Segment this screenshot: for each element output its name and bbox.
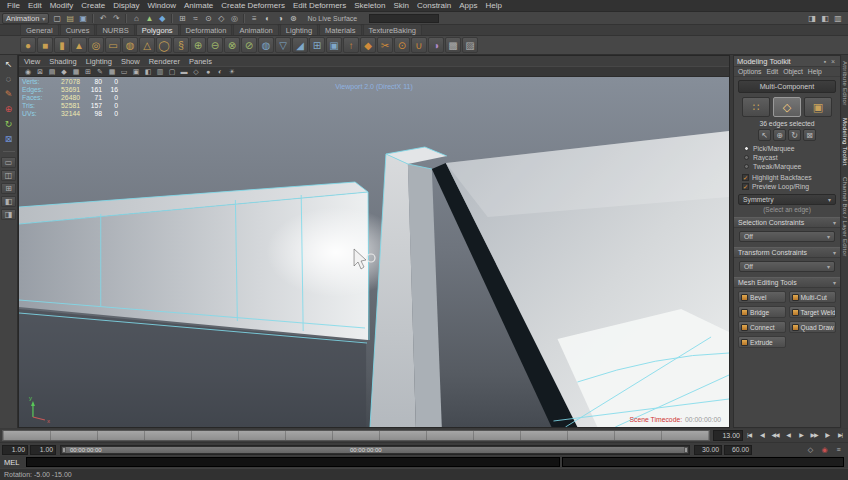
snap-curve-icon[interactable]: ≈ (189, 13, 201, 24)
2d-pan-zoom-icon[interactable]: ⊞ (83, 67, 93, 76)
shelf-tab[interactable]: Animation (233, 24, 278, 35)
wireframe-mode-icon[interactable]: ◇ (191, 67, 201, 76)
gate-mask-icon[interactable]: ◧ (143, 67, 153, 76)
mirror-icon[interactable]: ◑ (428, 37, 444, 53)
merge-icon[interactable]: ∪ (411, 37, 427, 53)
menubar-item[interactable]: Display (109, 0, 143, 12)
camera-attributes-icon[interactable]: ▤ (47, 67, 57, 76)
resolution-gate-icon[interactable]: ▣ (131, 67, 141, 76)
go-to-start-button[interactable]: |◀ (743, 430, 755, 441)
step-forward-frame-button[interactable]: |▶ (821, 430, 833, 441)
poly-torus-icon[interactable]: ◎ (88, 37, 104, 53)
transform-constraints-dropdown[interactable]: Off ▾ (739, 261, 835, 272)
lasso-tool[interactable]: ◌ (2, 73, 16, 86)
shaded-mode-icon[interactable]: ● (203, 67, 213, 76)
menubar-item[interactable]: File (3, 0, 24, 12)
layout-hypershade-persp-button[interactable]: ◨ (1, 209, 16, 220)
shelf-tab[interactable]: Deformation (180, 24, 233, 35)
play-forwards-button[interactable]: ▶ (795, 430, 807, 441)
menubar-item[interactable]: Create Deformers (217, 0, 289, 12)
menubar-item[interactable]: Create (77, 0, 109, 12)
extrude-shelf-icon[interactable]: ↑ (343, 37, 359, 53)
poly-cylinder-icon[interactable]: ▮ (54, 37, 70, 53)
animation-start-field[interactable]: 1.00 (30, 445, 56, 455)
menubar-item[interactable]: Edit Deformers (289, 0, 350, 12)
poly-plane-icon[interactable]: ▭ (105, 37, 121, 53)
shelf-tab[interactable]: Curves (60, 24, 96, 35)
snap-plane-icon[interactable]: ◇ (215, 13, 227, 24)
toolkit-checkbox[interactable]: ✓ Highlight Backfaces (734, 173, 840, 182)
viewport-canvas[interactable]: y x (19, 77, 729, 427)
mtk-scale-tool-button[interactable]: ⊠ (803, 129, 816, 141)
shelf-tab[interactable]: Polygons (136, 24, 179, 35)
panel-menu-item[interactable]: Lighting (86, 57, 112, 66)
range-slider-bar[interactable]: 00:00:00:00 00:00:00:00 (62, 447, 688, 453)
animation-end-field[interactable]: 30.00 (694, 445, 722, 455)
range-slider-track[interactable]: 00:00:00:00 00:00:00:00 (60, 445, 690, 455)
uv-checker-icon[interactable]: ▩ (445, 37, 461, 53)
select-tool[interactable]: ↖ (2, 58, 16, 71)
poly-sphere-icon[interactable]: ● (20, 37, 36, 53)
viewport-scene[interactable]: y x Verts: 27078 80 0 E (19, 77, 729, 427)
multi-component-button[interactable]: Multi-Component (738, 80, 836, 93)
uv-grid-icon[interactable]: ▨ (462, 37, 478, 53)
image-plane-icon[interactable]: ▦ (71, 67, 81, 76)
playback-start-field[interactable]: 1.00 (2, 445, 28, 455)
sidebar-tab[interactable]: Modeling Toolkit (842, 118, 848, 166)
quad-draw-tool-button[interactable]: Quad Draw (789, 321, 837, 333)
ipr-render-icon[interactable]: ◑ (274, 13, 286, 24)
film-gate-icon[interactable]: ▭ (119, 67, 129, 76)
symmetry-dropdown[interactable]: Symmetry ▾ (738, 194, 836, 205)
divider[interactable] (92, 14, 94, 23)
menubar-item[interactable]: Skin (389, 0, 413, 12)
safe-title-icon[interactable]: ▬ (179, 67, 189, 76)
toolkit-menu-item[interactable]: Edit (766, 68, 778, 75)
sidebar-tab[interactable]: Attribute Editor (842, 61, 848, 106)
mtk-rotate-tool-button[interactable]: ↻ (788, 129, 801, 141)
menubar-item[interactable]: Edit (24, 0, 46, 12)
poly-cone-icon[interactable]: ▲ (71, 37, 87, 53)
select-object-icon[interactable]: ▲ (143, 13, 155, 24)
close-icon[interactable]: × (829, 58, 837, 65)
range-handle-left[interactable] (62, 447, 66, 453)
time-slider[interactable] (2, 430, 710, 441)
menubar-item[interactable]: Modify (46, 0, 78, 12)
connect-tool-button[interactable]: Connect (738, 321, 786, 333)
make-live-icon[interactable]: ◎ (228, 13, 240, 24)
selection-style-radio[interactable]: Raycast (734, 153, 840, 162)
poly-pyramid-icon[interactable]: △ (139, 37, 155, 53)
menu-set-dropdown[interactable]: Animation ▾ (2, 13, 49, 24)
safe-action-icon[interactable]: ▢ (167, 67, 177, 76)
vertex-selection-button[interactable]: ∷ (742, 97, 770, 117)
grease-pencil-icon[interactable]: ✎ (95, 67, 105, 76)
show-tool-settings-icon[interactable]: ◧ (819, 13, 831, 24)
shelf-tab[interactable]: TextureBaking (363, 24, 423, 35)
mtk-move-tool-button[interactable]: ⊕ (773, 129, 786, 141)
select-hierarchy-icon[interactable]: ⌂ (130, 13, 142, 24)
rotate-tool[interactable]: ↻ (2, 118, 16, 131)
range-handle-right[interactable] (684, 447, 688, 453)
render-settings-icon[interactable]: ⊛ (287, 13, 299, 24)
select-component-icon[interactable]: ◆ (156, 13, 168, 24)
menubar-item[interactable]: Apps (455, 0, 481, 12)
menubar-item[interactable]: Help (481, 0, 505, 12)
mtk-select-tool-button[interactable]: ↖ (758, 129, 771, 141)
character-set-button[interactable]: ◇ (805, 445, 816, 455)
edge-selection-button[interactable]: ◇ (773, 97, 801, 117)
divider[interactable] (125, 14, 127, 23)
lights-icon[interactable]: ☀ (227, 67, 237, 76)
menubar-item[interactable]: Animate (180, 0, 217, 12)
target-weld-tool-button[interactable]: Target Weld (789, 306, 837, 318)
pin-icon[interactable]: ▪ (821, 58, 829, 65)
step-forward-key-button[interactable]: ▶▶ (808, 430, 820, 441)
smooth-icon[interactable]: ◍ (258, 37, 274, 53)
new-scene-icon[interactable]: ▢ (51, 13, 63, 24)
grid-toggle-icon[interactable]: ▦ (107, 67, 117, 76)
layout-two-pane-button[interactable]: ◫ (1, 170, 16, 181)
textured-mode-icon[interactable]: ◐ (215, 67, 225, 76)
snap-grid-icon[interactable]: ⊞ (176, 13, 188, 24)
bevel-tool-button[interactable]: Bevel (738, 291, 786, 303)
quick-selection-field[interactable] (369, 14, 439, 23)
shelf-tab[interactable]: Materials (319, 24, 361, 35)
save-scene-icon[interactable]: ▣ (77, 13, 89, 24)
